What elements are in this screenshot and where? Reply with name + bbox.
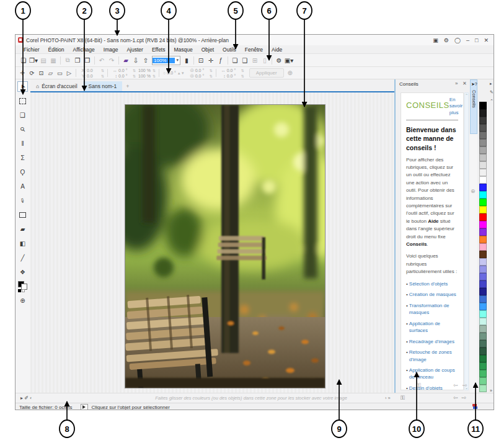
search-icon[interactable]: ◯ — [454, 37, 461, 43]
menu-fenetre[interactable]: Fenêtre — [241, 47, 267, 53]
menu-affichage[interactable]: Affichage — [69, 47, 99, 53]
color-swatch[interactable] — [479, 385, 487, 392]
fullscreen-icon[interactable]: ⊡ — [196, 56, 206, 65]
transform-skew-icon[interactable]: ▱ — [46, 68, 55, 78]
topic-link[interactable]: •Transformation de masques — [406, 302, 458, 316]
new-tab-button[interactable]: + — [122, 81, 133, 91]
color-swatch[interactable] — [479, 109, 487, 117]
menu-fichier[interactable]: Fichier — [19, 47, 44, 53]
image-window[interactable] — [30, 92, 394, 393]
object-marquee-icon[interactable]: ƒ — [216, 56, 226, 65]
transform-position-icon[interactable]: ✛ — [18, 68, 27, 78]
maximize-button[interactable]: □ — [475, 37, 478, 43]
new-document-icon[interactable]: ❏ — [19, 56, 29, 65]
redo-icon[interactable]: ↷ — [107, 56, 117, 65]
conseils-vertical-tab[interactable]: ➤? Conseils — [470, 79, 477, 134]
docker-close-icon[interactable]: ✕ — [463, 81, 467, 86]
center-fields[interactable]: ◎0.0 °⇅ ◎0.0 °⇅ — [188, 68, 213, 79]
docker-flyout-icon[interactable]: » — [455, 81, 458, 86]
menu-edition[interactable]: Édition — [44, 47, 69, 53]
learn-more-link[interactable]: En savoir plus — [450, 97, 463, 116]
color-swatch[interactable] — [479, 117, 487, 124]
lock-icon[interactable]: ⚿ — [417, 382, 421, 389]
rectangle-mask-tool[interactable] — [17, 96, 28, 106]
import-icon[interactable]: ⇩ — [131, 56, 141, 65]
object-transparency-tool[interactable]: ◧ — [17, 238, 28, 249]
preview-icon[interactable]: ▮ — [182, 56, 192, 65]
menu-masque[interactable]: Masque — [169, 47, 197, 53]
color-swatch[interactable] — [479, 184, 487, 191]
color-swatch[interactable] — [479, 280, 487, 288]
app-sphere-icon[interactable]: ⚙ — [444, 37, 449, 43]
skew-fields[interactable]: ↔0.0 °⇅ ↕0.0 °⇅ — [219, 68, 244, 79]
zoom-tool[interactable]: ⚲ — [17, 124, 28, 135]
topic-link[interactable]: •Création de masques — [406, 291, 458, 298]
mask-marquee-icon[interactable]: ✛ — [206, 56, 216, 65]
undo-icon[interactable]: ↶ — [97, 56, 107, 65]
title-bar[interactable]: Corel PHOTO-PAINT X8 (64-Bit) - Sans nom… — [16, 35, 494, 45]
clone-tool[interactable]: ‖ — [17, 138, 28, 149]
open-icon[interactable]: ❐▾ — [29, 56, 38, 65]
color-control[interactable] — [18, 281, 28, 292]
text-tool[interactable]: A — [17, 181, 28, 192]
transform-scale-icon[interactable]: ⊡ — [37, 68, 46, 78]
transform-distort-icon[interactable]: ▭ — [55, 68, 64, 78]
quick-customize-icon[interactable]: ⊕ — [288, 69, 293, 76]
eraser-tool[interactable]: ▰ — [17, 224, 28, 235]
menu-ajuster[interactable]: Ajuster — [122, 47, 147, 53]
color-swatch[interactable] — [479, 213, 487, 221]
nav-back-icon[interactable]: ⇦ — [453, 382, 458, 388]
quick-customize-button[interactable]: ⊕ — [17, 295, 28, 306]
color-swatch[interactable] — [479, 340, 487, 347]
tab-welcome-screen[interactable]: ⌂ Écran d'accueil — [30, 81, 83, 91]
scale-fields[interactable]: 100 %⇅ 100 %⇅ — [138, 68, 156, 79]
red-eye-removal-tool[interactable]: Ϙ — [17, 167, 28, 177]
paint-tool[interactable]: ✑ — [17, 195, 28, 206]
color-swatch[interactable] — [479, 310, 487, 318]
color-swatch[interactable] — [479, 266, 487, 273]
topic-link[interactable]: •Application de surfaces — [406, 320, 458, 334]
rotation-field[interactable]: ○0.0 °▲▼ — [163, 71, 185, 75]
topic-link[interactable]: •Sélection d'objets — [406, 280, 458, 287]
color-swatch[interactable] — [479, 146, 487, 154]
save-icon[interactable]: ▤ — [38, 56, 48, 65]
fill-tool[interactable]: ❖ — [17, 267, 28, 277]
menu-image[interactable]: Image — [99, 47, 123, 53]
topic-link[interactable]: •Recadrage d'images — [406, 338, 458, 345]
palette-lock-icon[interactable]: ⚿ — [401, 395, 405, 401]
options-icon[interactable]: ⚙ — [274, 56, 284, 65]
color-swatch[interactable] — [479, 370, 487, 377]
palette-scroll-up-icon[interactable]: ⌃ — [490, 99, 494, 104]
color-swatch[interactable] — [479, 258, 487, 266]
color-swatch[interactable] — [479, 318, 487, 325]
color-swatch[interactable] — [479, 169, 487, 176]
color-swatch[interactable] — [479, 199, 487, 206]
color-swatch[interactable] — [479, 124, 487, 132]
copy-icon[interactable]: ⧉ — [63, 56, 73, 65]
color-swatch[interactable] — [479, 325, 487, 333]
color-swatch[interactable] — [479, 221, 487, 228]
color-swatch[interactable] — [479, 236, 487, 243]
duplicate-page-icon[interactable]: ❑ — [240, 56, 250, 65]
color-swatch[interactable] — [479, 191, 487, 199]
color-swatch[interactable] — [479, 161, 487, 169]
palette-manager-icon[interactable] — [472, 404, 477, 410]
nav-forward-icon[interactable]: ⇨ — [463, 382, 467, 388]
transform-rotate-icon[interactable]: ⟳ — [27, 68, 37, 78]
color-swatch[interactable] — [479, 362, 487, 370]
print-icon[interactable]: ▦ — [48, 56, 58, 65]
menu-outils[interactable]: Outils — [218, 47, 241, 53]
line-tool[interactable]: ╱ — [17, 253, 28, 263]
topic-link[interactable]: •Application de coups de pinceau — [406, 367, 458, 380]
crop-tool[interactable]: ❑ — [17, 110, 28, 120]
rectangle-tool[interactable] — [17, 210, 28, 220]
menu-effets[interactable]: Effets — [148, 47, 170, 53]
apply-button[interactable]: Appliquer — [249, 68, 284, 78]
acquire-image-icon[interactable]: ▰ — [121, 56, 131, 65]
topic-link[interactable]: •Retouche de zones d'image — [406, 349, 458, 362]
color-swatch[interactable] — [479, 303, 487, 310]
color-swatch[interactable] — [479, 228, 487, 236]
color-swatch[interactable] — [479, 333, 487, 340]
touch-up-tool[interactable]: Σ — [17, 153, 28, 163]
zoom-level-combo[interactable]: 100%▾ — [152, 56, 180, 65]
